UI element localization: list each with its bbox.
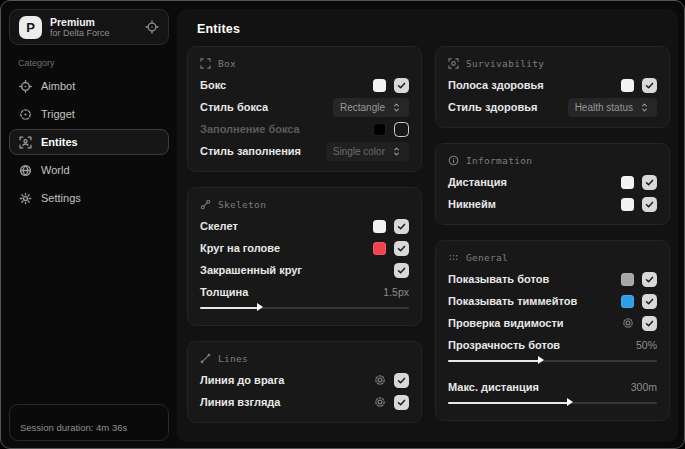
target-icon[interactable] [145,20,159,34]
category-label: Category [18,58,177,68]
checkbox[interactable] [642,294,657,309]
checkbox[interactable] [394,263,409,278]
gear-icon[interactable] [374,396,386,408]
row-label: Закрашенный круг [200,264,394,276]
setting-row: Дистанция [448,171,657,193]
color-swatch[interactable] [373,242,386,255]
setting-row: Заполнение бокса [200,118,409,140]
slider[interactable] [448,356,657,365]
select-dropdown[interactable]: Rectangle [333,98,409,117]
sidebar-item-trigget[interactable]: Trigget [9,101,169,127]
world-icon [19,164,32,177]
setting-row: Бокс [200,74,409,96]
setting-row: Стиль боксаRectangle [200,96,409,118]
sidebar-item-label: Aimbot [41,80,75,92]
setting-row: Проверка видимости [448,312,657,334]
row-label: Стиль заполнения [200,145,326,157]
row-controls [374,373,409,388]
checkbox[interactable] [642,316,657,331]
survivability-icon [448,58,459,69]
checkbox[interactable] [642,272,657,287]
panel-header-survivability: Survivability [448,54,657,74]
brand-title: Premium [50,16,110,28]
trigger-icon [19,108,32,121]
row-controls [373,78,409,93]
color-swatch[interactable] [621,79,634,92]
panel-title: General [466,252,508,263]
gear-icon[interactable] [374,374,386,386]
row-controls [374,395,409,410]
checkbox[interactable] [394,219,409,234]
panel-header-box: Box [200,54,409,74]
select-value: Rectangle [340,102,385,113]
session-duration: Session duration: 4m 36s [9,404,169,441]
settings-icon [19,192,32,205]
checkbox[interactable] [394,122,409,137]
sidebar-item-aimbot[interactable]: Aimbot [9,73,169,99]
sidebar-item-settings[interactable]: Settings [9,185,169,211]
setting-row: Скелет [200,215,409,237]
checkbox[interactable] [642,78,657,93]
checkbox[interactable] [394,373,409,388]
checkbox[interactable] [642,175,657,190]
row-controls [373,219,409,234]
color-swatch[interactable] [621,176,634,189]
row-controls [621,78,657,93]
panel-title: Skeleton [218,199,266,210]
slider-value: 300m [631,381,657,393]
row-controls: Single color [326,142,409,161]
sidebar-item-world[interactable]: World [9,157,169,183]
select-dropdown[interactable]: Single color [326,142,409,161]
color-swatch[interactable] [621,198,634,211]
slider-fill [448,402,569,404]
slider-thumb[interactable] [257,303,263,311]
slider-row: Прозрачность ботов50% [448,334,657,369]
row-label: Показывать тиммейтов [448,295,621,307]
checkbox[interactable] [394,395,409,410]
panel-box: BoxБоксСтиль боксаRectangleЗаполнение бо… [187,46,422,172]
color-swatch[interactable] [373,220,386,233]
sidebar-item-label: Entites [41,136,78,148]
gear-icon[interactable] [622,317,634,329]
sidebar-item-entites[interactable]: Entites [9,129,169,155]
row-controls [622,316,657,331]
left-column: BoxБоксСтиль боксаRectangleЗаполнение бо… [187,46,422,423]
sidebar: P Premium for Delta Force Category Aimbo… [1,1,177,448]
panel-header-skeleton: Skeleton [200,195,409,215]
row-label: Дистанция [448,176,621,188]
row-label: Макс. дистанция [448,381,631,393]
setting-row: Никнейм [448,193,657,215]
select-dropdown[interactable]: Health status [568,98,657,117]
color-swatch[interactable] [621,295,634,308]
row-label: Бокс [200,79,373,91]
row-controls [373,122,409,137]
row-label: Стиль здоровья [448,101,568,113]
row-label: Скелет [200,220,373,232]
row-controls [621,294,657,309]
cheat-menu-window: P Premium for Delta Force Category Aimbo… [0,0,685,449]
setting-row: Линия взгляда [200,391,409,413]
checkbox[interactable] [394,241,409,256]
row-label: Проверка видимости [448,317,622,329]
slider-value: 1.5px [383,286,409,298]
setting-row: Круг на голове [200,237,409,259]
updown-arrows-icon [391,102,402,113]
color-swatch[interactable] [373,123,386,136]
panel-columns: BoxБоксСтиль боксаRectangleЗаполнение бо… [187,46,670,423]
slider[interactable] [448,398,657,407]
sidebar-item-label: World [41,164,70,176]
checkbox[interactable] [394,78,409,93]
slider-label-line: Прозрачность ботов50% [448,335,657,354]
row-label: Прозрачность ботов [448,339,636,351]
slider-thumb[interactable] [538,356,544,364]
slider[interactable] [200,303,409,312]
slider-thumb[interactable] [567,398,573,406]
panel-title: Lines [218,353,248,364]
checkbox[interactable] [642,197,657,212]
panel-title: Box [218,58,236,69]
row-controls [621,197,657,212]
color-swatch[interactable] [373,79,386,92]
color-swatch[interactable] [621,273,634,286]
panel-header-general: General [448,248,657,268]
panel-general: GeneralПоказывать ботовПоказывать тиммей… [435,240,670,421]
